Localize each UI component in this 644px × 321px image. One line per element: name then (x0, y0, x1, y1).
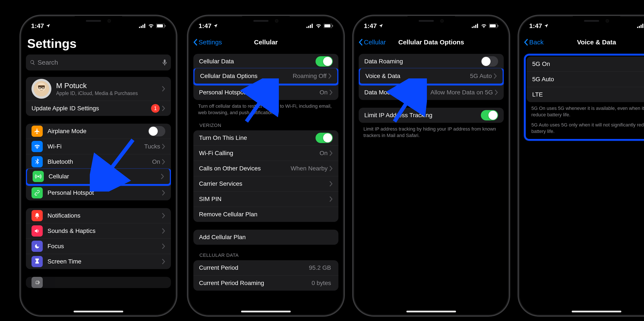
remove-plan-row[interactable]: Remove Cellular Plan (193, 207, 338, 222)
current-period-roaming-row[interactable]: Current Period Roaming 0 bytes (193, 275, 338, 291)
chevron-right-icon (162, 86, 165, 92)
sounds-row[interactable]: Sounds & Haptics (26, 223, 171, 238)
phone-cellular: 1:47 Settings Cellular Cellular Data Cel… (187, 15, 345, 317)
back-button[interactable]: Settings (193, 38, 222, 46)
limit-ip-row[interactable]: Limit IP Address Tracking (359, 108, 504, 123)
svg-rect-2 (142, 25, 144, 28)
notch (573, 16, 620, 26)
chevron-right-icon (329, 196, 333, 202)
bluetooth-icon (35, 158, 39, 165)
cellular-data-row[interactable]: Cellular Data (193, 54, 338, 69)
current-period-row[interactable]: Current Period 95.2 GB (193, 260, 338, 275)
svg-rect-19 (324, 24, 330, 27)
svg-rect-24 (475, 25, 476, 28)
focus-row[interactable]: Focus (26, 238, 171, 254)
cellular-data-header: CELLULAR DATA (193, 253, 338, 260)
svg-rect-23 (474, 26, 474, 28)
search-field[interactable]: Search (26, 54, 171, 70)
wifi-icon (316, 24, 322, 28)
personal-hotspot-row[interactable]: Personal Hotspot On (193, 85, 338, 100)
carrier-card: Turn On This Line Wi-Fi Calling On Calls… (193, 130, 338, 222)
add-plan-row[interactable]: Add Cellular Plan (193, 230, 338, 245)
back-button[interactable]: Cellular (359, 38, 386, 46)
chevron-right-icon (495, 90, 498, 95)
general-row[interactable] (26, 277, 171, 288)
moon-icon (34, 243, 40, 249)
svg-rect-25 (477, 24, 478, 28)
chevron-right-icon (494, 73, 497, 79)
account-sub: Apple ID, iCloud, Media & Purchases (56, 90, 162, 96)
chevron-right-icon (162, 106, 165, 111)
notifications-row[interactable]: Notifications (26, 208, 171, 223)
chevron-right-icon (162, 259, 165, 264)
airplane-toggle[interactable] (148, 126, 165, 136)
notch (408, 16, 455, 26)
alerts-card: Notifications Sounds & Haptics Focus Scr… (26, 208, 171, 269)
mic-icon[interactable] (162, 59, 167, 65)
home-indicator[interactable] (241, 311, 291, 312)
home-indicator[interactable] (572, 311, 621, 312)
turn-on-line-toggle[interactable] (316, 133, 333, 143)
home-indicator[interactable] (406, 311, 456, 312)
footer-5g-on: 5G On uses 5G whenever it is available, … (526, 105, 644, 120)
cellular-data-card: Cellular Data Cellular Data Options Roam… (193, 54, 338, 100)
cellular-signal-icon (139, 24, 146, 28)
sim-pin-row[interactable]: SIM PIN (193, 191, 338, 207)
cellular-data-toggle[interactable] (316, 56, 333, 67)
data-roaming-toggle[interactable] (481, 56, 498, 67)
wifi-row[interactable]: Wi-Fi Tucks (26, 139, 171, 154)
chevron-right-icon (329, 166, 333, 171)
data-mode-row[interactable]: Data Mode Allow More Data on 5G (359, 85, 504, 100)
search-placeholder: Search (38, 59, 162, 66)
chevron-right-icon (329, 181, 333, 186)
screentime-row[interactable]: Screen Time (26, 254, 171, 269)
battery-icon (156, 24, 166, 28)
chevron-right-icon (162, 228, 165, 234)
chevron-left-icon (193, 39, 198, 46)
turn-on-line-row[interactable]: Turn On This Line (193, 130, 338, 146)
chevron-right-icon (162, 190, 165, 196)
nav-title: Cellular Data Options (398, 38, 464, 46)
data-roaming-row[interactable]: Data Roaming (359, 54, 504, 69)
svg-rect-27 (490, 24, 496, 27)
bluetooth-row[interactable]: Bluetooth On (26, 154, 171, 169)
calls-other-row[interactable]: Calls on Other Devices When Nearby (193, 161, 338, 176)
home-indicator[interactable] (74, 311, 123, 312)
cellular-screen[interactable]: Settings Cellular Cellular Data Cellular… (188, 16, 344, 316)
general-card (26, 277, 171, 288)
hotspot-row[interactable]: Personal Hotspot (26, 185, 171, 200)
location-icon (378, 23, 383, 28)
data-options-screen[interactable]: Cellular Cellular Data Options Data Roam… (354, 16, 509, 316)
airplane-row[interactable]: Airplane Mode (26, 124, 171, 139)
option-5g-on[interactable]: 5G On (526, 56, 644, 72)
phone-settings: 1:47 Settings Search M Potuck Apple ID, … (20, 15, 178, 317)
page-title: Settings (26, 36, 171, 51)
svg-rect-17 (312, 24, 313, 28)
svg-rect-1 (141, 26, 142, 28)
chevron-left-icon (359, 39, 363, 46)
airplane-icon (34, 128, 40, 135)
chevron-right-icon (161, 174, 164, 179)
apple-id-row[interactable]: M Potuck Apple ID, iCloud, Media & Purch… (26, 77, 171, 101)
option-lte[interactable]: LTE (526, 87, 644, 102)
svg-rect-33 (642, 24, 643, 28)
nav-title: Cellular (254, 38, 278, 46)
svg-rect-16 (310, 25, 311, 28)
settings-screen[interactable]: Settings Search M Potuck Apple ID, iClou… (21, 16, 176, 316)
cellular-row[interactable]: Cellular (26, 169, 171, 186)
update-apple-id-row[interactable]: Update Apple ID Settings 1 (26, 101, 171, 116)
notch (242, 16, 290, 26)
wifi-calling-row[interactable]: Wi-Fi Calling On (193, 146, 338, 161)
battery-icon (324, 24, 333, 28)
chevron-right-icon (329, 150, 333, 156)
cellular-footer: Turn off cellular data to restrict all d… (193, 103, 338, 118)
cellular-data-options-row[interactable]: Cellular Data Options Roaming Off (193, 68, 338, 85)
voice-data-screen[interactable]: Back Voice & Data 5G On 5G Auto LTE 5G O… (519, 16, 644, 316)
back-button[interactable]: Back (524, 38, 544, 46)
limit-ip-toggle[interactable] (481, 110, 498, 120)
option-5g-auto[interactable]: 5G Auto (526, 72, 644, 87)
gear-icon (34, 279, 40, 286)
chevron-right-icon (329, 90, 333, 95)
voice-data-row[interactable]: Voice & Data 5G Auto (359, 68, 504, 85)
carrier-services-row[interactable]: Carrier Services (193, 176, 338, 191)
